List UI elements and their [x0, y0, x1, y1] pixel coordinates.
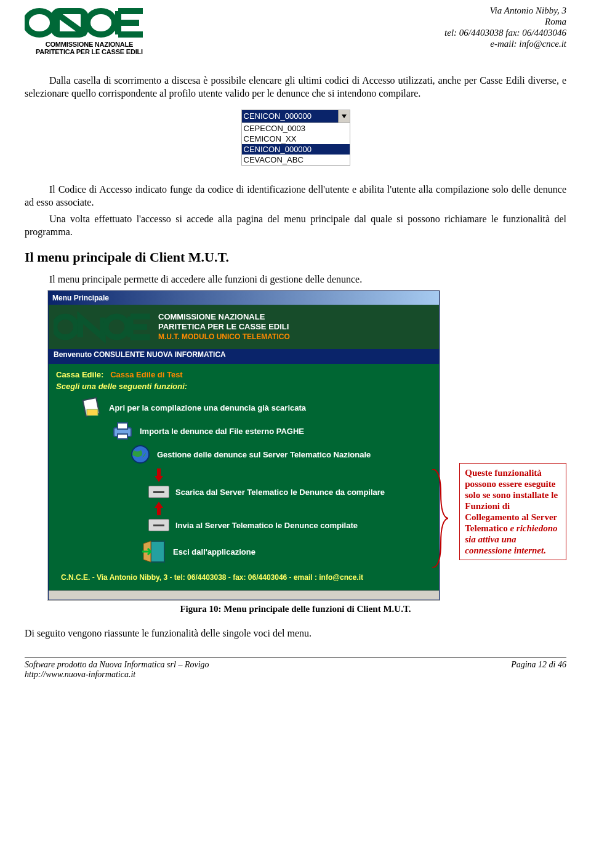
footer-page-number: Pagina 12 di 46 [511, 660, 566, 680]
dropdown-item-3[interactable]: CEVACON_ABC [242, 155, 350, 165]
footer-producer: Software prodotto da Nuova Informatica s… [25, 660, 209, 670]
arrow-up-1 [56, 502, 432, 515]
addr-email: e-mail: info@cnce.it [444, 38, 566, 49]
app-banner: COMMISSIONE NAZIONALE PARITETICA PER LE … [49, 305, 439, 349]
cassa-edile-line: Cassa Edile: Cassa Edile di Test [56, 370, 432, 379]
cnce-logo [25, 5, 148, 41]
footer-url: http://www.nuova-informatica.it [25, 670, 209, 680]
menu-item-manage[interactable]: Gestione delle denunce sul Server Telema… [56, 444, 432, 465]
section-title-menu: Il menu principale di Client M.U.T. [25, 249, 566, 265]
open-document-icon [81, 397, 103, 418]
menu-item-open[interactable]: Apri per la compilazione una denuncia gi… [56, 397, 432, 418]
menu-item-send[interactable]: Invia al Server Telematico le Denunce co… [56, 519, 432, 531]
dropdown-selected-value: CENICON_000000 [242, 110, 338, 123]
arrow-down-icon [155, 468, 163, 482]
svg-rect-2 [87, 11, 115, 34]
paragraph-3: Una volta effettuato l'accesso si accede… [25, 212, 566, 238]
addr-phones: tel: 06/4403038 fax: 06/4403046 [444, 27, 566, 38]
menu-item-exit[interactable]: Esci dall'applicazione [56, 540, 432, 563]
figure-caption: Figura 10: Menu principale delle funzion… [25, 604, 566, 614]
svg-rect-3 [55, 316, 76, 337]
dropdown-figure: CENICON_000000 CEPECON_0003 CEMICON_XX C… [241, 110, 350, 166]
menu-label-open: Apri per la compilazione una denuncia gi… [109, 403, 306, 412]
screenshot-with-callout: Menu Principale COMMISSIONE NAZIONALE PA… [25, 291, 566, 600]
drive-icon-2 [148, 519, 169, 531]
welcome-bar: Benvenuto CONSULENTE NUOVA INFORMATICA [49, 349, 439, 364]
dropdown-item-1[interactable]: CEMICON_XX [242, 134, 350, 144]
ce-value: Cassa Edile di Test [110, 370, 183, 379]
svg-rect-0 [26, 11, 53, 34]
page-footer: Software prodotto da Nuova Informatica s… [25, 657, 566, 680]
svg-rect-11 [151, 541, 164, 562]
menu-label-download: Scarica dal Server Telematico le Denunce… [175, 488, 385, 497]
logo-caption-1: COMMISSIONE NAZIONALE [25, 41, 154, 48]
menu-item-download[interactable]: Scarica dal Server Telematico le Denunce… [56, 486, 432, 498]
ce-label: Cassa Edile: [56, 370, 103, 379]
menu-body: Cassa Edile: Cassa Edile di Test Scegli … [49, 364, 439, 590]
svg-rect-4 [106, 316, 127, 337]
paragraph-2: Il Codice di Accesso indicato funge da c… [25, 183, 566, 209]
menu-label-manage: Gestione delle denunce sul Server Telema… [157, 450, 371, 459]
address-block: Via Antonio Nibby, 3 Roma tel: 06/440303… [444, 5, 566, 49]
callout-box: Queste funzionalità possono essere esegu… [459, 463, 566, 560]
footer-left: Software prodotto da Nuova Informatica s… [25, 660, 209, 680]
logo-block: COMMISSIONE NAZIONALE PARITETICA PER LE … [25, 5, 154, 55]
brace-icon [430, 469, 448, 568]
callout-brace [444, 291, 454, 600]
globe-icon [130, 444, 151, 465]
svg-rect-6 [87, 409, 98, 416]
addr-street: Via Antonio Nibby, 3 [444, 5, 566, 16]
window-titlebar: Menu Principale [49, 291, 439, 305]
app-footer-contact: C.N.C.E. - Via Antonio Nibby, 3 - tel: 0… [56, 567, 432, 582]
menu-item-import[interactable]: Importa le denunce dal File esterno PAGH… [56, 422, 432, 440]
menu-label-import: Importa le denunce dal File esterno PAGH… [140, 427, 304, 436]
paragraph-1: Dalla casella di scorrimento a discesa è… [25, 74, 566, 100]
menu-label-exit: Esci dall'applicazione [173, 547, 255, 557]
app-banner-text: COMMISSIONE NAZIONALE PARITETICA PER LE … [158, 312, 290, 342]
choose-prompt: Scegli una delle seguenti funzioni: [56, 382, 432, 391]
dropdown-arrow-icon[interactable] [338, 110, 350, 123]
page: COMMISSIONE NAZIONALE PARITETICA PER LE … [0, 0, 591, 692]
app-screenshot: Menu Principale COMMISSIONE NAZIONALE PA… [48, 291, 440, 600]
app-banner-logo-icon [54, 310, 152, 344]
logo-caption-2: PARITETICA PER LE CASSE EDILI [25, 48, 154, 55]
dropdown-selected-row[interactable]: CENICON_000000 [242, 110, 350, 123]
banner-line1: COMMISSIONE NAZIONALE [158, 312, 290, 322]
printer-icon [111, 422, 134, 440]
dropdown-item-2[interactable]: CENICON_000000 [242, 144, 350, 155]
drive-icon [148, 486, 169, 498]
paragraph-4: Il menu principale permette di accedere … [25, 273, 566, 286]
dropdown-item-0[interactable]: CEPECON_0003 [242, 123, 350, 134]
window-statusbar [49, 590, 439, 600]
banner-line2: PARITETICA PER LE CASSE EDILI [158, 322, 290, 332]
arrow-up-icon [155, 502, 163, 515]
addr-city: Roma [444, 16, 566, 27]
menu-label-send: Invia al Server Telematico le Denunce co… [175, 521, 358, 530]
window-title: Menu Principale [52, 294, 109, 302]
exit-door-icon [142, 540, 167, 563]
page-header: COMMISSIONE NAZIONALE PARITETICA PER LE … [25, 0, 566, 55]
banner-sub: M.U.T. MODULO UNICO TELEMATICO [158, 332, 290, 342]
svg-rect-9 [118, 434, 127, 439]
paragraph-5: Di seguito vengono riassunte le funziona… [25, 627, 566, 640]
arrow-down-1 [56, 468, 432, 482]
svg-rect-8 [118, 423, 127, 429]
